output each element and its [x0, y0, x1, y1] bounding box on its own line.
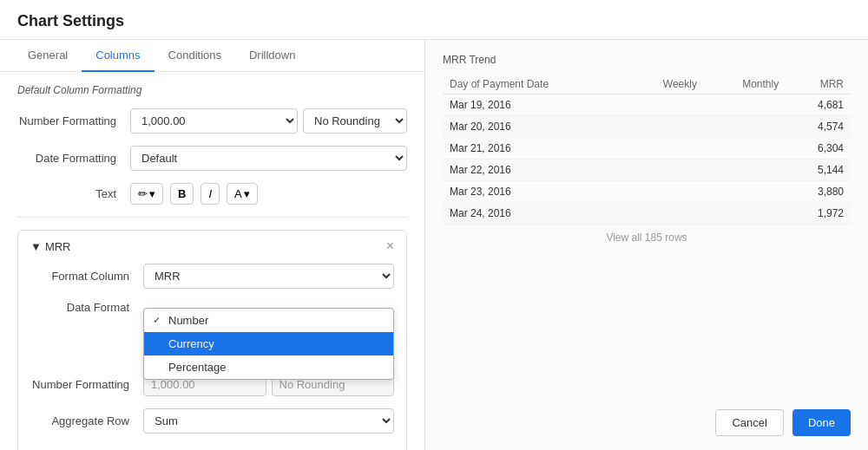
percentage-option-label: Percentage — [168, 361, 227, 374]
table-row: Mar 21, 2016 6,304 — [443, 138, 851, 160]
bold-label: B — [178, 187, 186, 200]
mrr-close-button[interactable]: × — [386, 239, 394, 253]
cell-mrr: 1,972 — [786, 203, 851, 225]
mrr-header: ▼ MRR × — [30, 239, 394, 253]
section-divider — [17, 217, 407, 218]
tab-drilldown[interactable]: Drilldown — [235, 40, 309, 72]
format-column-row: Format Column MRR — [30, 264, 394, 289]
page-header: Chart Settings — [0, 0, 868, 40]
number-check-icon: ✓ — [153, 315, 163, 326]
col-header-weekly: Weekly — [626, 75, 704, 95]
italic-button[interactable]: I — [201, 183, 220, 205]
cell-monthly — [704, 138, 786, 160]
date-formatting-label: Date Formatting — [17, 152, 130, 165]
cell-mrr: 3,880 — [786, 181, 851, 203]
data-format-option-percentage[interactable]: Percentage — [144, 355, 393, 379]
chart-settings-page: Chart Settings General Columns Condition… — [0, 0, 868, 450]
data-format-option-currency[interactable]: Currency — [144, 332, 393, 355]
tab-bar: General Columns Conditions Drilldown — [0, 40, 424, 72]
mrr-number-formatting-label: Number Formatting — [30, 378, 143, 391]
data-format-option-number[interactable]: ✓ Number — [144, 309, 393, 332]
cell-date: Mar 22, 2016 — [443, 160, 626, 181]
cell-date: Mar 19, 2016 — [443, 95, 626, 116]
mrr-title-text: MRR — [45, 240, 71, 253]
font-size-button[interactable]: A ▾ — [227, 183, 258, 205]
date-format-select[interactable]: Default — [130, 146, 407, 171]
aggregate-row: Aggregate Row Sum — [30, 408, 394, 434]
data-format-label: Data Format — [30, 301, 143, 314]
cell-weekly — [626, 181, 704, 203]
col-header-monthly: Monthly — [704, 75, 786, 95]
tab-general[interactable]: General — [14, 40, 82, 72]
table-body: Mar 19, 2016 4,681 Mar 20, 2016 4,574 Ma… — [443, 95, 851, 225]
bold-button[interactable]: B — [170, 183, 194, 205]
cell-weekly — [626, 95, 704, 116]
page-title: Chart Settings — [17, 12, 124, 29]
number-formatting-row: Number Formatting 1,000.00 No Rounding — [17, 108, 407, 134]
aggregate-label: Aggregate Row — [30, 414, 143, 427]
preview-table: Day of Payment Date Weekly Monthly MRR M… — [443, 75, 851, 225]
cell-weekly — [626, 138, 704, 160]
italic-label: I — [208, 187, 212, 200]
right-panel: MRR Trend Day of Payment Date Weekly Mon… — [425, 40, 868, 450]
number-formatting-selects: 1,000.00 No Rounding — [130, 108, 407, 134]
cell-monthly — [704, 95, 786, 116]
tab-conditions[interactable]: Conditions — [155, 40, 235, 72]
font-dropdown-icon: ▾ — [244, 187, 250, 200]
view-all-link[interactable]: View all 185 rows — [443, 225, 851, 251]
text-label: Text — [17, 187, 130, 200]
data-format-dropdown[interactable]: ✓ Number Currency Percentage — [143, 308, 394, 380]
cell-date: Mar 24, 2016 — [443, 203, 626, 225]
collapse-arrow-icon: ▼ — [30, 240, 42, 253]
text-row: Text ✏ ▾ B I A — [17, 183, 407, 205]
aggregate-select[interactable]: Sum — [143, 408, 394, 434]
cell-mrr: 6,304 — [786, 138, 851, 160]
cell-date: Mar 23, 2016 — [443, 181, 626, 203]
pencil-icon: ✏ — [138, 187, 148, 200]
cell-monthly — [704, 181, 786, 203]
text-color-button[interactable]: ✏ ▾ — [130, 183, 163, 205]
date-formatting-row: Date Formatting Default — [17, 146, 407, 171]
cancel-button[interactable]: Cancel — [715, 409, 783, 436]
number-format-select-1[interactable]: 1,000.00 — [130, 108, 298, 134]
cell-mrr: 4,681 — [786, 95, 851, 116]
left-panel: General Columns Conditions Drilldown Def… — [0, 40, 425, 450]
col-header-mrr: MRR — [786, 75, 851, 95]
preview-title: MRR Trend — [443, 54, 851, 66]
cell-date: Mar 21, 2016 — [443, 138, 626, 160]
format-column-label: Format Column — [30, 270, 143, 283]
dropdown-arrow-icon: ▾ — [149, 187, 155, 200]
mrr-section: ▼ MRR × Format Column MRR Dat — [17, 230, 407, 450]
cell-monthly — [704, 203, 786, 225]
cell-weekly — [626, 116, 704, 138]
panel-scroll: Default Column Formatting Number Formatt… — [0, 72, 424, 450]
cell-monthly — [704, 160, 786, 181]
cell-mrr: 5,144 — [786, 160, 851, 181]
section-title: Default Column Formatting — [17, 84, 407, 96]
table-row: Mar 19, 2016 4,681 — [443, 95, 851, 116]
cell-weekly — [626, 203, 704, 225]
action-row: Cancel Done — [443, 399, 851, 436]
cell-weekly — [626, 160, 704, 181]
font-a-icon: A — [234, 187, 242, 200]
number-format-select-2[interactable]: No Rounding — [303, 108, 407, 134]
cell-monthly — [704, 116, 786, 138]
tab-columns[interactable]: Columns — [82, 40, 154, 72]
number-option-label: Number — [168, 314, 208, 327]
data-format-row: Data Format ✓ Number Currency — [30, 301, 394, 314]
col-header-date: Day of Payment Date — [443, 75, 626, 95]
done-button[interactable]: Done — [792, 409, 851, 436]
table-row: Mar 24, 2016 1,972 — [443, 203, 851, 225]
table-row: Mar 22, 2016 5,144 — [443, 160, 851, 181]
text-controls: ✏ ▾ B I A ▾ — [130, 183, 407, 205]
table-row: Mar 20, 2016 4,574 — [443, 116, 851, 138]
mrr-title: ▼ MRR — [30, 240, 70, 253]
table-header-row: Day of Payment Date Weekly Monthly MRR — [443, 75, 851, 95]
cell-mrr: 4,574 — [786, 116, 851, 138]
number-formatting-label: Number Formatting — [17, 114, 130, 127]
content-area: General Columns Conditions Drilldown Def… — [0, 40, 868, 450]
cell-date: Mar 20, 2016 — [443, 116, 626, 138]
currency-option-label: Currency — [168, 337, 214, 350]
format-column-select[interactable]: MRR — [143, 264, 394, 289]
table-row: Mar 23, 2016 3,880 — [443, 181, 851, 203]
